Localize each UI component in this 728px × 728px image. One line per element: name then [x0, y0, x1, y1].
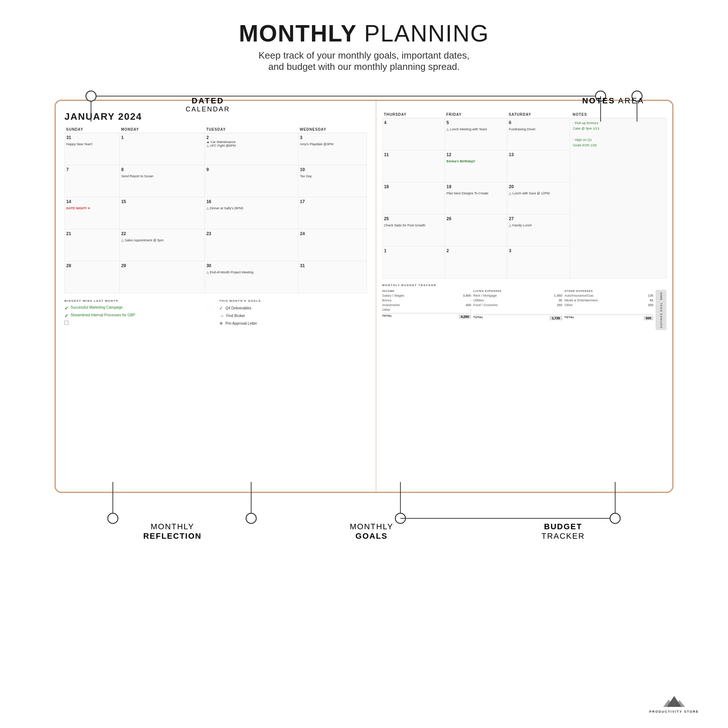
thu-18: 18 [382, 182, 445, 214]
value: - [470, 308, 471, 312]
calendar-label: CALENDAR [186, 106, 230, 113]
right-calendar-table: THURSDAY FRIDAY SATURDAY NOTES 4 5 [382, 111, 667, 278]
savings-goal: $800 SAVINGS GOAL [656, 290, 667, 330]
label: Other [382, 308, 391, 312]
income-row-4: Other - [382, 308, 471, 312]
fri-26: 26 [445, 214, 508, 246]
event: Tax Day [300, 174, 312, 178]
sat-27: 27 △ Family Lunch [508, 214, 570, 246]
fri-2-next: 2 [445, 246, 508, 278]
left-calendar-table: SUNDAY MONDAY TUESDAY WEDNESDAY 31 Happy… [64, 126, 367, 294]
day-number: 27 [509, 216, 568, 221]
day-21: 21 [65, 229, 120, 262]
living-row-4 [473, 308, 562, 313]
arrow-icon: → [219, 313, 224, 318]
day-23: 23 [205, 229, 298, 262]
day-3: 3 Amy's Playdate @3PM [298, 133, 367, 165]
day-9: 9 [205, 165, 298, 197]
annotation-notes-area: NOTES AREA [582, 96, 644, 106]
day-number: 9 [206, 167, 297, 172]
day-number: 1 [384, 248, 444, 253]
savings-label: SAVINGS GOAL [660, 302, 662, 328]
fri-19: 19 Plan Next Designs To Create [445, 182, 508, 214]
living-row-3: Food / Groceries 250 [473, 303, 562, 307]
day-number: 29 [121, 263, 203, 268]
win-text-1: Successful Marketing Campaign [70, 305, 123, 309]
event: △ UFC Fight @6PM [206, 144, 297, 147]
dated-label: DATED [186, 96, 230, 106]
day-31: 31 Happy New Year!! [65, 133, 120, 165]
day-number: 23 [206, 231, 297, 236]
day-number: 2 [206, 135, 297, 140]
win-item-2: ✓ Streamlined Internal Processes for GBP [64, 313, 212, 318]
event: Amy's Playdate @3PM [300, 142, 333, 146]
other-row-2: Meals & Entertainment 65 [564, 298, 653, 302]
event: DATE NIGHT! ♥ [66, 206, 90, 210]
svg-point-4 [86, 91, 96, 101]
week-4-left: 21 22 △ Salon Appointment @ 5pm 23 24 [65, 229, 367, 262]
income-row-1: Salary / Wages 3,800 [382, 294, 471, 297]
day-number: 31 [300, 263, 365, 268]
goal-text-2: Find Broker [226, 314, 245, 318]
subtitle-line2: and budget with our monthly planning spr… [0, 61, 728, 72]
day-29: 29 [119, 262, 205, 294]
goal-item-2: → Find Broker [219, 313, 367, 318]
event: Happy New Year!! [66, 142, 92, 146]
day-number: 25 [384, 216, 444, 221]
total-value: 1,735 [550, 316, 562, 320]
label: Bonus [382, 298, 392, 302]
page-title: MONTHLY PLANNING [0, 20, 728, 47]
page-header: MONTHLY PLANNING Keep track of your mont… [0, 0, 728, 78]
savings-amount: $800 [659, 292, 663, 300]
day-number: 22 [121, 231, 203, 236]
value: 135 [648, 294, 653, 297]
day-number: 14 [66, 199, 118, 204]
annotation-dated-calendar: DATED CALENDAR [186, 96, 230, 113]
notes-label: NOTES AREA [582, 96, 644, 106]
other-row-3: Other 300 [564, 303, 653, 307]
subtitle-line1: Keep track of your monthly goals, import… [0, 50, 728, 61]
goal-text-3: Pre-Approval Letter [225, 321, 257, 326]
logo-mountains-icon [649, 693, 699, 710]
goal-item-3: ✳ Pre-Approval Letter [219, 321, 367, 326]
week-1-left: 31 Happy New Year!! 1 2 ▲ Car Maintenanc… [65, 133, 367, 165]
bottom-connector-lines [55, 482, 673, 555]
day-number: 10 [300, 167, 365, 172]
goals-section: THIS MONTH'S GOALS ✓ Q4 Deliverables → F… [219, 299, 367, 328]
other-col: OTHER EXPENSES Auto/Insurance/Gas 135 Me… [564, 290, 653, 330]
day-number: 15 [121, 199, 203, 204]
planner-book: JANUARY 2024 SUNDAY MONDAY TUESDAY WEDNE… [55, 100, 673, 493]
col-monday: MONDAY [119, 126, 205, 133]
win-text-2: Streamlined Internal Processes for GBP [70, 313, 135, 317]
income-total: TOTAL 4,200 [382, 313, 471, 319]
day-24: 24 [298, 229, 367, 262]
label: Meals & Entertainment [564, 298, 598, 302]
day-7: 7 [65, 165, 120, 197]
total-value: 500 [644, 316, 653, 320]
svg-point-12 [246, 513, 256, 523]
day-16: 16 △ Dinner at Sally's (8PM) [205, 197, 298, 229]
week-3-left: 14 DATE NIGHT! ♥ 15 16 △ Dinner at Sally… [65, 197, 367, 229]
goal-item-1: ✓ Q4 Deliverables [219, 305, 367, 311]
event: Send Report to Susan [121, 174, 154, 178]
income-row-2: Bonus - [382, 298, 471, 302]
week-1-right: 4 5 △ Lunch Meeting with Team 6 Fundrais… [382, 118, 666, 150]
checkbox-empty-icon [64, 321, 69, 325]
day-28: 28 [65, 262, 120, 294]
day-31b: 31 [298, 262, 367, 294]
day-number: 12 [446, 152, 506, 157]
day-22: 22 △ Salon Appointment @ 5pm [119, 229, 205, 262]
event: Plan Next Designs To Create [446, 191, 488, 195]
notes-content: - Pick-up Emma'sCake @ 3pm 1/13- Align o… [573, 121, 663, 148]
day-number: 28 [66, 263, 118, 268]
value: 300 [648, 303, 653, 307]
day-number: 16 [206, 199, 297, 204]
event: ▲ Car Maintenance [206, 140, 297, 144]
day-number: 24 [300, 231, 365, 236]
day-number: 21 [66, 231, 118, 236]
day-number: 17 [300, 199, 365, 204]
day-8: 8 Send Report to Susan [119, 165, 205, 197]
income-col: INCOME Salary / Wages 3,800 Bonus - Inve… [382, 290, 471, 330]
living-col: LIVING EXPENSES Rent / Mortgage 1,450 Ut… [473, 290, 562, 330]
day-10: 10 Tax Day [298, 165, 367, 197]
